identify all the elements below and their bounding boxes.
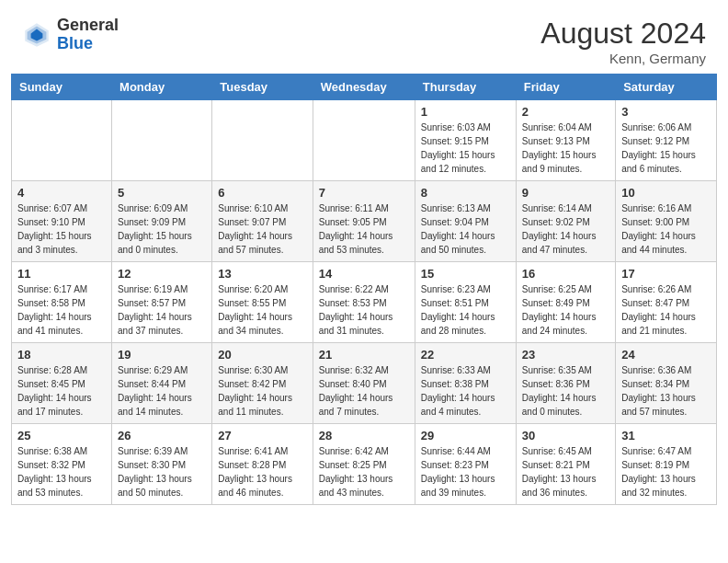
day-info: Sunrise: 6:23 AMSunset: 8:51 PMDaylight:… <box>421 282 510 338</box>
day-number: 20 <box>218 348 306 362</box>
day-number: 24 <box>621 348 711 362</box>
day-cell: 29Sunrise: 6:44 AMSunset: 8:23 PMDayligh… <box>415 424 516 505</box>
day-cell: 20Sunrise: 6:30 AMSunset: 8:42 PMDayligh… <box>212 343 313 424</box>
week-row-5: 25Sunrise: 6:38 AMSunset: 8:32 PMDayligh… <box>12 424 717 505</box>
col-thursday: Thursday <box>415 75 516 100</box>
day-number: 6 <box>218 186 306 200</box>
day-cell: 3Sunrise: 6:06 AMSunset: 9:12 PMDaylight… <box>616 100 717 181</box>
day-info: Sunrise: 6:25 AMSunset: 8:49 PMDaylight:… <box>522 282 609 338</box>
day-number: 29 <box>421 429 510 442</box>
day-number: 9 <box>522 186 609 200</box>
day-info: Sunrise: 6:20 AMSunset: 8:55 PMDaylight:… <box>218 282 306 338</box>
day-cell: 5Sunrise: 6:09 AMSunset: 9:09 PMDaylight… <box>112 181 212 262</box>
logo-text: General Blue <box>57 17 119 53</box>
day-number: 25 <box>17 429 106 442</box>
day-cell: 16Sunrise: 6:25 AMSunset: 8:49 PMDayligh… <box>516 262 615 343</box>
day-cell: 13Sunrise: 6:20 AMSunset: 8:55 PMDayligh… <box>212 262 313 343</box>
day-info: Sunrise: 6:45 AMSunset: 8:21 PMDaylight:… <box>522 444 609 500</box>
day-info: Sunrise: 6:22 AMSunset: 8:53 PMDaylight:… <box>319 282 409 338</box>
day-info: Sunrise: 6:09 AMSunset: 9:09 PMDaylight:… <box>118 201 206 257</box>
day-cell: 19Sunrise: 6:29 AMSunset: 8:44 PMDayligh… <box>112 343 212 424</box>
day-cell: 11Sunrise: 6:17 AMSunset: 8:58 PMDayligh… <box>12 262 112 343</box>
day-cell <box>212 100 313 181</box>
day-number: 18 <box>17 348 106 362</box>
day-number: 23 <box>522 348 609 362</box>
week-row-4: 18Sunrise: 6:28 AMSunset: 8:45 PMDayligh… <box>12 343 717 424</box>
day-info: Sunrise: 6:04 AMSunset: 9:13 PMDaylight:… <box>522 121 609 176</box>
day-cell: 18Sunrise: 6:28 AMSunset: 8:45 PMDayligh… <box>12 343 112 424</box>
day-cell: 9Sunrise: 6:14 AMSunset: 9:02 PMDaylight… <box>516 181 615 262</box>
day-info: Sunrise: 6:44 AMSunset: 8:23 PMDaylight:… <box>421 444 510 500</box>
day-number: 5 <box>118 186 206 200</box>
day-info: Sunrise: 6:36 AMSunset: 8:34 PMDaylight:… <box>621 363 711 419</box>
day-cell: 21Sunrise: 6:32 AMSunset: 8:40 PMDayligh… <box>313 343 415 424</box>
day-cell: 27Sunrise: 6:41 AMSunset: 8:28 PMDayligh… <box>212 424 313 505</box>
week-row-2: 4Sunrise: 6:07 AMSunset: 9:10 PMDaylight… <box>12 181 717 262</box>
day-cell: 28Sunrise: 6:42 AMSunset: 8:25 PMDayligh… <box>313 424 415 505</box>
day-info: Sunrise: 6:30 AMSunset: 8:42 PMDaylight:… <box>218 363 306 419</box>
logo: General Blue <box>22 17 119 53</box>
col-wednesday: Wednesday <box>313 75 415 100</box>
day-cell: 10Sunrise: 6:16 AMSunset: 9:00 PMDayligh… <box>616 181 717 262</box>
col-tuesday: Tuesday <box>212 75 313 100</box>
day-cell: 7Sunrise: 6:11 AMSunset: 9:05 PMDaylight… <box>313 181 415 262</box>
day-cell: 23Sunrise: 6:35 AMSunset: 8:36 PMDayligh… <box>516 343 615 424</box>
day-cell <box>12 100 112 181</box>
day-cell: 1Sunrise: 6:03 AMSunset: 9:15 PMDaylight… <box>415 100 516 181</box>
day-info: Sunrise: 6:26 AMSunset: 8:47 PMDaylight:… <box>621 282 711 338</box>
day-number: 16 <box>522 267 609 281</box>
col-saturday: Saturday <box>616 75 717 100</box>
day-number: 13 <box>218 267 306 281</box>
day-info: Sunrise: 6:33 AMSunset: 8:38 PMDaylight:… <box>421 363 510 419</box>
day-number: 2 <box>522 105 609 119</box>
day-info: Sunrise: 6:41 AMSunset: 8:28 PMDaylight:… <box>218 444 306 500</box>
day-info: Sunrise: 6:47 AMSunset: 8:19 PMDaylight:… <box>621 444 711 500</box>
calendar-table: Sunday Monday Tuesday Wednesday Thursday… <box>11 74 717 505</box>
location: Kenn, Germany <box>540 51 706 66</box>
day-info: Sunrise: 6:14 AMSunset: 9:02 PMDaylight:… <box>522 201 609 257</box>
week-row-3: 11Sunrise: 6:17 AMSunset: 8:58 PMDayligh… <box>12 262 717 343</box>
day-cell: 26Sunrise: 6:39 AMSunset: 8:30 PMDayligh… <box>112 424 212 505</box>
day-number: 14 <box>319 267 409 281</box>
day-info: Sunrise: 6:28 AMSunset: 8:45 PMDaylight:… <box>17 363 106 419</box>
day-number: 10 <box>621 186 711 200</box>
day-number: 31 <box>621 429 711 442</box>
day-number: 15 <box>421 267 510 281</box>
col-sunday: Sunday <box>12 75 112 100</box>
day-cell: 2Sunrise: 6:04 AMSunset: 9:13 PMDaylight… <box>516 100 615 181</box>
day-info: Sunrise: 6:35 AMSunset: 8:36 PMDaylight:… <box>522 363 609 419</box>
day-info: Sunrise: 6:06 AMSunset: 9:12 PMDaylight:… <box>621 121 711 176</box>
day-info: Sunrise: 6:38 AMSunset: 8:32 PMDaylight:… <box>17 444 106 500</box>
day-number: 11 <box>17 267 106 281</box>
day-cell: 30Sunrise: 6:45 AMSunset: 8:21 PMDayligh… <box>516 424 615 505</box>
day-number: 27 <box>218 429 306 442</box>
day-number: 3 <box>621 105 711 119</box>
day-cell: 12Sunrise: 6:19 AMSunset: 8:57 PMDayligh… <box>112 262 212 343</box>
title-area: August 2024 Kenn, Germany <box>540 17 706 66</box>
day-number: 30 <box>522 429 609 442</box>
day-number: 26 <box>118 429 206 442</box>
day-info: Sunrise: 6:13 AMSunset: 9:04 PMDaylight:… <box>421 201 510 257</box>
day-cell: 31Sunrise: 6:47 AMSunset: 8:19 PMDayligh… <box>616 424 717 505</box>
day-cell: 24Sunrise: 6:36 AMSunset: 8:34 PMDayligh… <box>616 343 717 424</box>
day-info: Sunrise: 6:10 AMSunset: 9:07 PMDaylight:… <box>218 201 306 257</box>
day-info: Sunrise: 6:39 AMSunset: 8:30 PMDaylight:… <box>118 444 206 500</box>
day-cell: 6Sunrise: 6:10 AMSunset: 9:07 PMDaylight… <box>212 181 313 262</box>
day-number: 7 <box>319 186 409 200</box>
calendar-header: Sunday Monday Tuesday Wednesday Thursday… <box>12 75 717 100</box>
day-info: Sunrise: 6:07 AMSunset: 9:10 PMDaylight:… <box>17 201 106 257</box>
header-row: Sunday Monday Tuesday Wednesday Thursday… <box>12 75 717 100</box>
day-number: 21 <box>319 348 409 362</box>
day-number: 19 <box>118 348 206 362</box>
day-number: 17 <box>621 267 711 281</box>
day-number: 22 <box>421 348 510 362</box>
col-monday: Monday <box>112 75 212 100</box>
col-friday: Friday <box>516 75 615 100</box>
day-info: Sunrise: 6:11 AMSunset: 9:05 PMDaylight:… <box>319 201 409 257</box>
month-year: August 2024 <box>540 17 706 51</box>
page-header: General Blue August 2024 Kenn, Germany <box>0 0 728 74</box>
day-info: Sunrise: 6:42 AMSunset: 8:25 PMDaylight:… <box>319 444 409 500</box>
day-cell: 22Sunrise: 6:33 AMSunset: 8:38 PMDayligh… <box>415 343 516 424</box>
week-row-1: 1Sunrise: 6:03 AMSunset: 9:15 PMDaylight… <box>12 100 717 181</box>
logo-blue: Blue <box>57 34 93 52</box>
